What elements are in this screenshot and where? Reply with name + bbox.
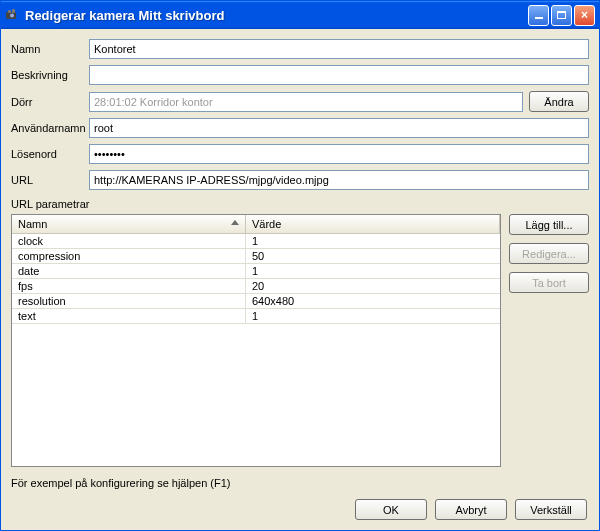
cell-name: fps bbox=[12, 279, 246, 293]
params-grid[interactable]: Namn Värde clock1compression50date1fps20… bbox=[11, 214, 501, 467]
col-name-header[interactable]: Namn bbox=[12, 215, 246, 233]
url-input[interactable] bbox=[89, 170, 589, 190]
minimize-button[interactable] bbox=[528, 5, 549, 26]
table-row[interactable]: date1 bbox=[12, 264, 500, 279]
maximize-button[interactable] bbox=[551, 5, 572, 26]
username-input[interactable] bbox=[89, 118, 589, 138]
col-name-text: Namn bbox=[18, 218, 47, 230]
cell-name: text bbox=[12, 309, 246, 323]
svg-rect-2 bbox=[12, 9, 15, 13]
col-value-header[interactable]: Värde bbox=[246, 215, 500, 233]
description-input[interactable] bbox=[89, 65, 589, 85]
window-title: Redigerar kamera Mitt skrivbord bbox=[25, 8, 528, 23]
edit-button[interactable]: Redigera... bbox=[509, 243, 589, 264]
svg-point-3 bbox=[10, 14, 14, 18]
door-label: Dörr bbox=[11, 96, 89, 108]
svg-rect-1 bbox=[8, 10, 11, 13]
description-label: Beskrivning bbox=[11, 69, 89, 81]
url-params-area: Namn Värde clock1compression50date1fps20… bbox=[11, 214, 589, 467]
titlebar[interactable]: Redigerar kamera Mitt skrivbord × bbox=[1, 1, 599, 29]
cell-name: clock bbox=[12, 234, 246, 248]
app-icon bbox=[5, 7, 21, 23]
table-row[interactable]: resolution640x480 bbox=[12, 294, 500, 309]
username-label: Användarnamn bbox=[11, 122, 89, 134]
cell-value: 1 bbox=[246, 234, 500, 248]
table-row[interactable]: text1 bbox=[12, 309, 500, 324]
grid-body[interactable]: clock1compression50date1fps20resolution6… bbox=[12, 234, 500, 466]
cell-value: 640x480 bbox=[246, 294, 500, 308]
help-text: För exempel på konfigurering se hjälpen … bbox=[11, 477, 589, 489]
cell-name: date bbox=[12, 264, 246, 278]
ok-button[interactable]: OK bbox=[355, 499, 427, 520]
cancel-button[interactable]: Avbryt bbox=[435, 499, 507, 520]
name-label: Namn bbox=[11, 43, 89, 55]
grid-header: Namn Värde bbox=[12, 215, 500, 234]
password-input[interactable] bbox=[89, 144, 589, 164]
cell-value: 50 bbox=[246, 249, 500, 263]
params-buttons: Lägg till... Redigera... Ta bort bbox=[509, 214, 589, 467]
url-label: URL bbox=[11, 174, 89, 186]
cell-value: 1 bbox=[246, 264, 500, 278]
cell-name: resolution bbox=[12, 294, 246, 308]
dialog-content: Namn Beskrivning Dörr Ändra Användarnamn… bbox=[1, 29, 599, 530]
cell-value: 1 bbox=[246, 309, 500, 323]
table-row[interactable]: clock1 bbox=[12, 234, 500, 249]
add-button[interactable]: Lägg till... bbox=[509, 214, 589, 235]
cell-value: 20 bbox=[246, 279, 500, 293]
apply-button[interactable]: Verkställ bbox=[515, 499, 587, 520]
password-label: Lösenord bbox=[11, 148, 89, 160]
cell-name: compression bbox=[12, 249, 246, 263]
url-params-label: URL parametrar bbox=[11, 198, 589, 210]
window-buttons: × bbox=[528, 5, 595, 26]
change-button[interactable]: Ändra bbox=[529, 91, 589, 112]
door-input bbox=[89, 92, 523, 112]
delete-button[interactable]: Ta bort bbox=[509, 272, 589, 293]
close-button[interactable]: × bbox=[574, 5, 595, 26]
col-value-text: Värde bbox=[252, 218, 281, 230]
table-row[interactable]: compression50 bbox=[12, 249, 500, 264]
sort-asc-icon bbox=[231, 220, 239, 225]
dialog-footer: OK Avbryt Verkställ bbox=[11, 495, 589, 524]
dialog-window: Redigerar kamera Mitt skrivbord × Namn B… bbox=[0, 0, 600, 531]
name-input[interactable] bbox=[89, 39, 589, 59]
table-row[interactable]: fps20 bbox=[12, 279, 500, 294]
